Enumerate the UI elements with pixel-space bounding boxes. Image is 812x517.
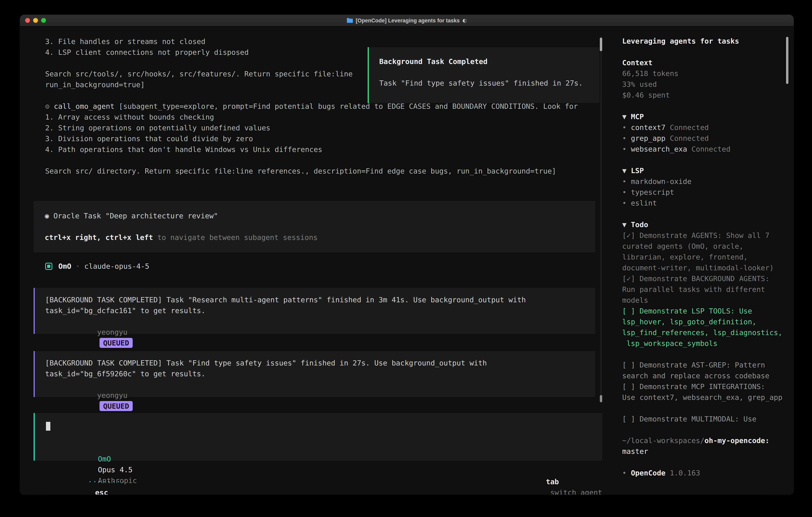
collapse-arrow-icon: ▼ bbox=[622, 112, 631, 121]
oracle-task-text: ◉ Oracle Task "Deep architecture review"… bbox=[45, 210, 584, 243]
task-meta: yeongyu QUEUED bbox=[45, 379, 585, 390]
bullet-icon: • bbox=[622, 123, 631, 132]
text-segment: 3. Division operations that could divide… bbox=[45, 134, 253, 143]
main-scrollbar-thumb[interactable] bbox=[600, 37, 602, 51]
text-segment: • bbox=[622, 469, 631, 477]
minimize-button[interactable] bbox=[33, 18, 38, 23]
spinner-icon: ········ bbox=[88, 478, 126, 486]
prompt-input[interactable]: OmO Opus 4.5 Anthropic bbox=[34, 413, 602, 461]
window-content: 3. File handles or streams not closed4. … bbox=[20, 26, 793, 495]
collapse-arrow-icon: ▼ bbox=[622, 166, 631, 175]
text-segment: search and replace across codebase bbox=[622, 372, 770, 380]
text-segment: call_omo_agent bbox=[54, 102, 119, 110]
terminal-line: Search src/ directory. Return specific f… bbox=[45, 166, 578, 176]
text-segment: [✓] Demonstrate AGENTS: Show all 7 bbox=[622, 231, 770, 240]
text-segment: librarian, explore, frontend, bbox=[622, 253, 748, 261]
window-title: [OpenCode] Leveraging agents for tasks ◐ bbox=[347, 18, 467, 23]
terminal-line bbox=[622, 349, 787, 359]
text-segment: Search src/tools/, src/hooks/, src/featu… bbox=[45, 70, 353, 78]
lsp-heading[interactable]: ▼ LSP bbox=[622, 165, 787, 176]
mcp-name: grep_app bbox=[631, 134, 665, 142]
terminal-line: [BACKGROUND TASK COMPLETED] Task "Find t… bbox=[45, 357, 585, 368]
desktop: [OpenCode] Leveraging agents for tasks ◐… bbox=[0, 0, 812, 517]
window-title-text: [OpenCode] Leveraging agents for tasks bbox=[356, 18, 460, 23]
toast-title: Background Task Completed bbox=[379, 56, 589, 67]
terminal-line: [✓] Demonstrate AGENTS: Show all 7 bbox=[622, 230, 787, 241]
terminal-line bbox=[45, 221, 584, 232]
window-controls bbox=[25, 15, 46, 26]
app-version-line: • OpenCode 1.0.163 bbox=[622, 467, 787, 478]
terminal-line: task_id="bg_dcfac161" to get results. bbox=[45, 305, 585, 316]
sidebar-content: Leveraging agents for tasks Context 66,5… bbox=[622, 35, 787, 478]
task-text: [BACKGROUND TASK COMPLETED] Task "Resear… bbox=[45, 294, 585, 316]
status-left: ········ esc interrupt bbox=[36, 465, 131, 495]
agent-name: OmO bbox=[58, 261, 71, 272]
context-tokens: 66,518 tokens bbox=[622, 68, 787, 79]
close-button[interactable] bbox=[25, 18, 30, 23]
task-author: yeongyu bbox=[97, 391, 127, 400]
lsp-item: • markdown-oxide bbox=[622, 176, 787, 187]
text-segment: ◉ bbox=[45, 212, 53, 220]
main-scrollbar-track[interactable] bbox=[600, 36, 602, 403]
terminal-line: 3. Division operations that could divide… bbox=[45, 133, 578, 144]
lsp-name: typescript bbox=[631, 188, 674, 196]
text-segment: lsp_workspace_symbols bbox=[622, 339, 718, 348]
text-segment: curated agents (OmO, oracle, bbox=[622, 242, 744, 250]
text-segment: [✓] Demonstrate BACKGROUND AGENTS: bbox=[622, 274, 770, 283]
text-segment: OpenCode bbox=[631, 469, 665, 477]
text-cursor bbox=[46, 422, 50, 431]
todo-heading[interactable]: ▼ Todo bbox=[622, 219, 787, 230]
workspace-path-lines: ~/local-workspaces/oh-my-opencode:master bbox=[622, 435, 787, 457]
context-heading: Context bbox=[622, 57, 787, 68]
lsp-name: eslint bbox=[631, 199, 657, 207]
terminal-line: [✓] Demonstrate BACKGROUND AGENTS: bbox=[622, 273, 787, 284]
terminal-line: ◉ Oracle Task "Deep architecture review" bbox=[45, 210, 584, 221]
text-segment: to navigate between subagent sessions bbox=[153, 233, 318, 242]
terminal-line: master bbox=[622, 446, 787, 457]
terminal-line: [ ] Demonstrate MULTIMODAL: Use bbox=[622, 413, 787, 424]
lsp-item: • eslint bbox=[622, 197, 787, 208]
bullet-icon: • bbox=[622, 134, 631, 142]
background-task-card: [BACKGROUND TASK COMPLETED] Task "Find t… bbox=[34, 351, 596, 397]
tab-hint-label: switch agent bbox=[546, 488, 602, 495]
zoom-button[interactable] bbox=[41, 18, 46, 23]
app-version-footer: • OpenCode 1.0.163 bbox=[622, 467, 787, 478]
terminal-line: search and replace across codebase bbox=[622, 370, 787, 381]
text-segment: ctrl+x right, ctrl+x left bbox=[45, 233, 153, 242]
terminal-line: Use context7, websearch_exa, grep_app bbox=[622, 392, 787, 403]
session-indicator-icon: ◐ bbox=[463, 18, 467, 23]
bullet-icon: • bbox=[622, 188, 631, 196]
terminal-line: models bbox=[622, 295, 787, 305]
terminal-line: lsp_find_references, lsp_diagnostics, bbox=[622, 327, 787, 338]
status-bar: ········ esc interrupt tab switch agent … bbox=[36, 465, 602, 495]
text-segment: ⚙ bbox=[45, 102, 54, 110]
terminal-line: 4. Path operations that don't handle Win… bbox=[45, 144, 578, 155]
background-task-card: [BACKGROUND TASK COMPLETED] Task "Resear… bbox=[34, 288, 596, 334]
agent-session-header[interactable]: OmO · claude-opus-4-5 bbox=[45, 261, 149, 272]
tab-hint-key: tab bbox=[546, 478, 559, 486]
terminal-line: ctrl+x right, ctrl+x left to navigate be… bbox=[45, 232, 584, 243]
text-segment: document-writer, multimodal-looker) bbox=[622, 264, 774, 272]
text-segment: task_id="bg_dcfac161" to get results. bbox=[45, 306, 205, 315]
terminal-line: • OpenCode 1.0.163 bbox=[622, 467, 787, 478]
titlebar[interactable]: [OpenCode] Leveraging agents for tasks ◐ bbox=[20, 15, 793, 26]
mcp-heading[interactable]: ▼ MCP bbox=[622, 111, 787, 122]
text-segment: oh-my-opencode: bbox=[704, 436, 770, 445]
lsp-heading-label: LSP bbox=[631, 166, 644, 175]
agent-icon-dot bbox=[47, 265, 50, 268]
sidebar-scrollbar-thumb[interactable] bbox=[786, 37, 788, 84]
agent-icon bbox=[45, 263, 52, 270]
agent-model: claude-opus-4-5 bbox=[84, 261, 149, 272]
main-scrollbar-thumb-bottom[interactable] bbox=[600, 395, 602, 402]
terminal-line: document-writer, multimodal-looker) bbox=[622, 262, 787, 273]
terminal-line: [BACKGROUND TASK COMPLETED] Task "Resear… bbox=[45, 294, 585, 305]
text-segment: Oracle Task "Deep architecture review" bbox=[53, 212, 218, 220]
terminal-line: [ ] Demonstrate AST-GREP: Pattern bbox=[622, 359, 787, 370]
text-segment: Use context7, websearch_exa, grep_app bbox=[622, 393, 782, 402]
session-title: Leveraging agents for tasks bbox=[622, 35, 787, 46]
terminal-line: 1. Array access without bounds checking bbox=[45, 112, 578, 123]
lsp-section: ▼ LSP • markdown-oxide • typescript • es… bbox=[622, 165, 787, 208]
text-segment: [ ] Demonstrate LSP TOOLS: Use bbox=[622, 307, 752, 315]
toast-background-task-completed[interactable]: Background Task Completed Task "Find typ… bbox=[368, 47, 600, 103]
oracle-task-panel: ◉ Oracle Task "Deep architecture review"… bbox=[34, 201, 596, 252]
